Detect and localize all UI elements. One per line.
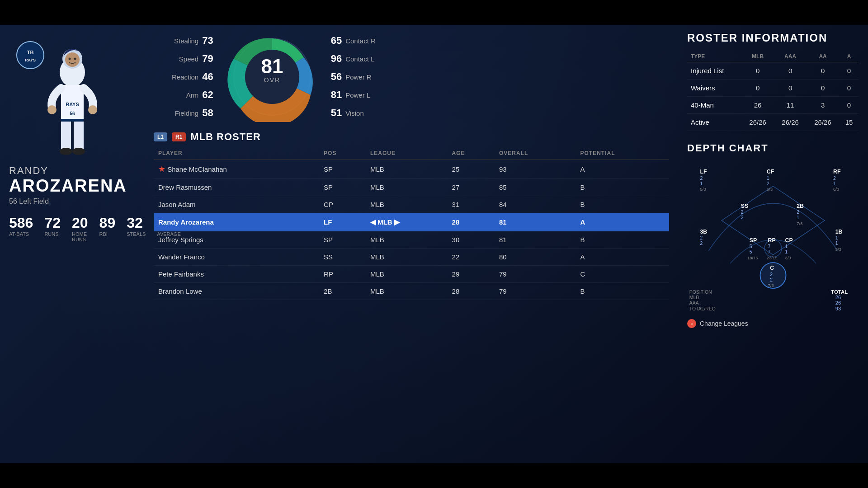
svg-text:2: 2 bbox=[770, 277, 773, 282]
attr-arm: Arm 62 bbox=[186, 89, 213, 101]
roster-row[interactable]: ★ Shane McClanahan SP MLB 25 93 A bbox=[154, 160, 669, 179]
center-panel: Stealing 73 Speed 79 Reaction 46 Arm 62 … bbox=[145, 27, 678, 488]
potential-cell: A bbox=[576, 160, 669, 179]
player-first-name: RANDY bbox=[9, 165, 127, 177]
age-cell: 28 bbox=[448, 213, 495, 231]
svg-text:1B: 1B bbox=[835, 229, 843, 235]
svg-text:TOTAL: TOTAL bbox=[831, 289, 848, 295]
league-cell: ◀ MLB ▶ bbox=[366, 213, 448, 231]
r1-badge[interactable]: R1 bbox=[172, 132, 186, 141]
roster-row[interactable]: Pete Fairbanks RP MLB 29 79 C bbox=[154, 266, 669, 283]
svg-text:CP: CP bbox=[785, 237, 793, 244]
overall-cell: 81 bbox=[495, 213, 576, 231]
league-cell: MLB bbox=[366, 179, 448, 196]
svg-text:AAA: AAA bbox=[689, 300, 699, 305]
svg-text:2B: 2B bbox=[797, 203, 804, 209]
pos-cell: SS bbox=[319, 249, 366, 266]
stat-at-bats: 586 At-Bats bbox=[9, 215, 33, 242]
svg-text:56: 56 bbox=[70, 111, 75, 116]
svg-text:2: 2 bbox=[700, 235, 703, 240]
overall-cell: 79 bbox=[495, 283, 576, 300]
svg-point-8 bbox=[47, 105, 57, 114]
svg-text:2: 2 bbox=[741, 215, 744, 220]
svg-text:7: 7 bbox=[768, 249, 771, 254]
change-leagues[interactable]: ○ Change Leagues bbox=[687, 319, 859, 328]
league-cell: MLB bbox=[366, 283, 448, 300]
league-cell: MLB bbox=[366, 160, 448, 179]
player-name-cell: Brandon Lowe bbox=[154, 283, 319, 300]
svg-text:2: 2 bbox=[797, 210, 799, 215]
svg-text:1: 1 bbox=[833, 181, 836, 186]
depth-chart-title: DEPTH CHART bbox=[687, 142, 859, 154]
svg-text:5: 5 bbox=[750, 244, 752, 249]
col-age: AGE bbox=[448, 147, 495, 160]
attr-contact-l: 96 Contact L bbox=[331, 53, 375, 65]
overall-cell: 80 bbox=[495, 249, 576, 266]
potential-cell: B bbox=[576, 196, 669, 213]
info-aa: 0 bbox=[807, 80, 839, 97]
l1-badge[interactable]: L1 bbox=[154, 132, 167, 141]
right-panel: ROSTER INFORMATION TYPE MLB AAA AA A Inj… bbox=[678, 27, 868, 488]
roster-row[interactable]: Randy Arozarena LF ◀ MLB ▶ 28 81 A bbox=[154, 213, 669, 231]
age-cell: 28 bbox=[448, 283, 495, 300]
roster-row[interactable]: Brandon Lowe 2B MLB 28 79 B bbox=[154, 283, 669, 300]
pos-cell: SP bbox=[319, 231, 366, 249]
arrow-right-icon[interactable]: ▶ bbox=[394, 218, 400, 226]
svg-text:OVR: OVR bbox=[264, 76, 280, 84]
star-icon: ★ bbox=[158, 164, 165, 174]
ps-circle-button[interactable]: ○ bbox=[687, 319, 696, 328]
attr-power-l: 81 Power L bbox=[331, 89, 371, 101]
info-type: Active bbox=[687, 114, 741, 131]
roster-row[interactable]: Jason Adam CP MLB 31 84 B bbox=[154, 196, 669, 213]
svg-text:3/3: 3/3 bbox=[785, 255, 791, 260]
roster-row[interactable]: Wander Franco SS MLB 22 80 A bbox=[154, 249, 669, 266]
ovr-circle: 81 OVR bbox=[227, 32, 317, 122]
svg-text:1: 1 bbox=[700, 181, 703, 186]
player-name-cell: Pete Fairbanks bbox=[154, 266, 319, 283]
info-col-a: A bbox=[839, 51, 859, 62]
info-mlb: 26 bbox=[741, 97, 774, 114]
info-aaa: 11 bbox=[774, 97, 807, 114]
age-cell: 29 bbox=[448, 266, 495, 283]
info-mlb: 26/26 bbox=[741, 114, 774, 131]
info-table: TYPE MLB AAA AA A Injured List 0 0 0 0 W… bbox=[687, 51, 859, 131]
attributes-left: Stealing 73 Speed 79 Reaction 46 Arm 62 … bbox=[172, 35, 213, 119]
roster-row[interactable]: Jeffrey Springs SP MLB 30 81 B bbox=[154, 231, 669, 249]
attr-stealing: Stealing 73 bbox=[174, 35, 213, 47]
svg-text:MLB: MLB bbox=[689, 295, 699, 300]
svg-text:2: 2 bbox=[833, 176, 836, 181]
depth-chart-svg: .dc-text { font-family: Arial; fill: #ff… bbox=[687, 161, 859, 314]
info-aaa: 0 bbox=[774, 80, 807, 97]
roster-section: L1 R1 MLB ROSTER PLAYER POS LEAGUE AGE O… bbox=[154, 131, 669, 488]
attr-vision: 51 Vision bbox=[331, 107, 364, 119]
svg-point-9 bbox=[88, 105, 97, 114]
potential-cell: B bbox=[576, 283, 669, 300]
info-col-mlb: MLB bbox=[741, 51, 774, 62]
svg-text:7/6: 7/6 bbox=[768, 283, 774, 288]
league-cell: MLB bbox=[366, 231, 448, 249]
svg-text:RP: RP bbox=[768, 237, 776, 244]
roster-row[interactable]: Drew Rasmussen SP MLB 27 85 B bbox=[154, 179, 669, 196]
info-aa: 26/26 bbox=[807, 114, 839, 131]
svg-text:1: 1 bbox=[835, 235, 838, 240]
svg-text:6/3: 6/3 bbox=[767, 187, 773, 192]
info-type: Injured List bbox=[687, 62, 741, 80]
info-mlb: 0 bbox=[741, 62, 774, 80]
left-panel: TB RAYS TB RAYS bbox=[0, 27, 145, 488]
stat-steals: 32 Steals bbox=[127, 215, 146, 242]
svg-text:POSITION: POSITION bbox=[689, 290, 712, 295]
svg-text:SP: SP bbox=[750, 237, 757, 244]
col-potential: POTENTIAL bbox=[576, 147, 669, 160]
svg-text:3B: 3B bbox=[700, 229, 708, 235]
potential-cell: A bbox=[576, 213, 669, 231]
col-pos: POS bbox=[319, 147, 366, 160]
roster-table: PLAYER POS LEAGUE AGE OVERALL POTENTIAL … bbox=[154, 147, 669, 300]
player-name-cell: Drew Rasmussen bbox=[154, 179, 319, 196]
player-last-name: AROZARENA bbox=[9, 177, 127, 196]
svg-text:2: 2 bbox=[770, 272, 773, 277]
svg-text:7/3: 7/3 bbox=[797, 221, 802, 226]
info-aa: 3 bbox=[807, 97, 839, 114]
arrow-left-icon[interactable]: ◀ bbox=[370, 218, 376, 226]
svg-text:5/3: 5/3 bbox=[700, 187, 706, 192]
svg-text:5/3: 5/3 bbox=[835, 247, 841, 252]
